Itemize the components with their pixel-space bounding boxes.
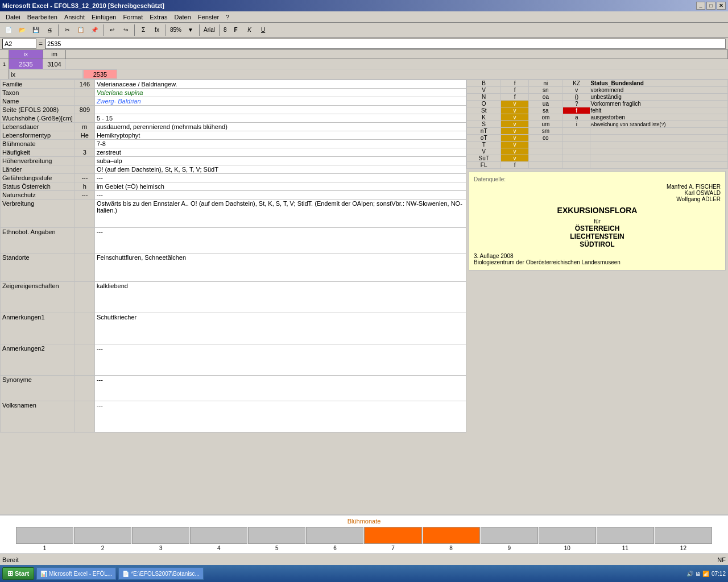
val-volk: --- [94, 401, 466, 433]
rg-st-f: f [563, 107, 590, 114]
underline-button[interactable]: U [257, 24, 270, 36]
month-bar-8 [423, 527, 480, 544]
ix-input-row: ix 2535 [0, 69, 728, 80]
label-blueh: Blühmonate [1, 140, 75, 148]
formula-bar: = [0, 38, 728, 50]
toolbar-sep5 [199, 24, 200, 36]
label-naturschutz: Naturschutz [1, 191, 75, 199]
open-button[interactable]: 📂 [16, 24, 28, 36]
titlebar-buttons[interactable]: _ □ ✕ [696, 2, 726, 10]
menu-bearbeiten[interactable]: Bearbeiten [24, 13, 61, 22]
rg-row: SüT v [467, 155, 728, 162]
status-right: NF [717, 556, 726, 563]
cell-reference-input[interactable] [2, 39, 36, 49]
book-title: EXKURSIONSFLORA [474, 206, 721, 215]
new-button[interactable]: 📄 [2, 24, 15, 36]
ix-value-cell[interactable]: 2535 [83, 69, 117, 79]
table-row: Name Zwerg- Baldrian [1, 97, 466, 106]
rg-ot: oT [467, 135, 501, 142]
menu-extras[interactable]: Extras [146, 13, 171, 22]
rg-nt-rest [590, 128, 728, 135]
rg-oa: oa [528, 94, 562, 101]
val-syn: --- [94, 376, 466, 401]
taskbar-excel-item[interactable]: 📊 Microsoft Excel - EFÖL... [36, 567, 116, 580]
num-blueh [75, 140, 94, 148]
close-button[interactable]: ✕ [717, 2, 726, 10]
rg-sut-rest [590, 155, 728, 162]
taskbar-right: 🔊 🖥 📶 07:12 [686, 571, 726, 577]
rg-v2: V [467, 148, 501, 155]
table-row: Zeigereigenschaften kalkliebend [1, 282, 466, 313]
print-button[interactable]: 🖨 [43, 24, 56, 36]
windows-icon: ⊞ [7, 569, 13, 577]
col-header-im[interactable]: im [43, 50, 66, 59]
menu-help[interactable]: ? [222, 13, 233, 22]
label-anm1: Anmerkungen1 [1, 313, 75, 344]
rg-v2-rest [590, 148, 728, 155]
paste-button[interactable]: 📌 [88, 24, 101, 36]
undo-button[interactable]: ↩ [106, 24, 118, 36]
zoom-dropdown[interactable]: ▼ [184, 24, 197, 36]
val-wuchs: 5 - 15 [94, 114, 466, 123]
minimize-button[interactable]: _ [696, 2, 705, 10]
num-verbr [75, 199, 94, 228]
table-row: Familie 146 Valerianaceae / Baldriangew. [1, 80, 466, 89]
cell-im-val[interactable]: 3104 [43, 59, 66, 69]
menu-format[interactable]: Format [119, 13, 146, 22]
cut-button[interactable]: ✂ [61, 24, 73, 36]
start-button[interactable]: ⊞ Start [2, 567, 34, 580]
menu-fenster[interactable]: Fenster [195, 13, 222, 22]
rg-fl: FL [467, 162, 501, 169]
rg-sa: sa [528, 107, 562, 114]
menu-daten[interactable]: Daten [171, 13, 194, 22]
rg-t: T [467, 142, 501, 148]
val-ethno: --- [94, 228, 466, 253]
menu-einfuegen[interactable]: Einfügen [88, 13, 119, 22]
menu-datei[interactable]: Datei [2, 13, 24, 22]
label-hoehen: Höhenverbreitung [1, 157, 75, 165]
save-button[interactable]: 💾 [30, 24, 42, 36]
cell-ix-val[interactable]: 2535 [9, 59, 43, 69]
rg-row: K v om a ausgestorben [467, 114, 728, 121]
bold-button[interactable]: F [230, 24, 242, 36]
formula-input[interactable] [45, 39, 726, 49]
col-header-rest [66, 50, 728, 59]
rg-ni: ni [528, 80, 562, 87]
num-3: 3 [75, 148, 94, 157]
toolbar-sep2 [103, 24, 104, 36]
val-lebensform: Hemikryptophyt [94, 131, 466, 140]
num-809: 809 [75, 106, 94, 114]
rg-kz: KZ [563, 80, 590, 87]
rg-fraglich: Vorkommen fraglich [590, 101, 728, 107]
redo-button[interactable]: ↪ [119, 24, 132, 36]
restore-button[interactable]: □ [706, 2, 715, 10]
rg-nt-empty [563, 128, 590, 135]
num-zeiger [75, 282, 94, 313]
label-lebensform: Lebensformentyp [1, 131, 75, 140]
num-volk [75, 401, 94, 433]
sum-button[interactable]: Σ [137, 24, 150, 36]
num-name [75, 97, 94, 106]
rg-fehlt: fehlt [590, 107, 728, 114]
rg-row: St v sa f fehlt [467, 107, 728, 114]
rg-k-v: v [501, 114, 528, 121]
menu-ansicht[interactable]: Ansicht [61, 13, 88, 22]
rg-row: nT v sm [467, 128, 728, 135]
col-header-ix[interactable]: ix [9, 50, 43, 59]
main-data-area: Familie 146 Valerianaceae / Baldriangew.… [0, 80, 728, 514]
fx-button[interactable]: fx [151, 24, 163, 36]
num-m: m [75, 123, 94, 131]
copy-button[interactable]: 📋 [75, 24, 87, 36]
label-lebensdauer: Lebensdauer [1, 123, 75, 131]
table-row: Standorte Feinschuttfluren, Schneetälche… [1, 253, 466, 282]
num-ethno [75, 228, 94, 253]
month-bar-12 [655, 527, 712, 544]
val-anm2: --- [94, 344, 466, 376]
num-gefaehrdung: --- [75, 174, 94, 182]
num-syn [75, 376, 94, 401]
month-bar-10 [539, 527, 596, 544]
author2: Karl OSWALD [474, 190, 721, 196]
rg-abweichung: Abweichung von Standardliste(?) [590, 121, 728, 128]
taskbar-botanik-item[interactable]: 📄 *E:\EFOLS2007\Botanisc... [118, 567, 204, 580]
italic-button[interactable]: K [243, 24, 256, 36]
